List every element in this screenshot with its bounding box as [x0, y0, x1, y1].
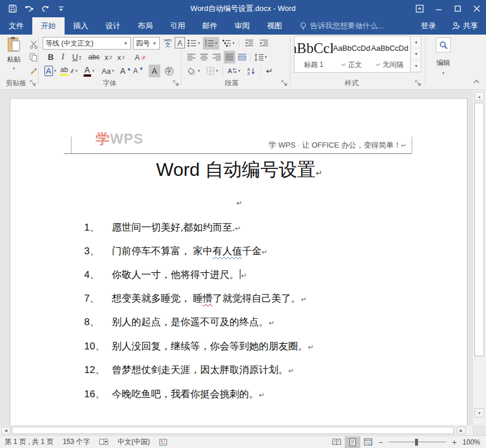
borders-button[interactable]: ▾: [204, 65, 220, 77]
scroll-right-arrow[interactable]: ▶: [457, 427, 466, 434]
cut-button[interactable]: [28, 38, 39, 51]
close-button[interactable]: [467, 0, 486, 17]
distribute-button[interactable]: [236, 51, 248, 63]
show-marks-button[interactable]: ↵: [263, 65, 276, 77]
highlight-pen-icon: [70, 68, 74, 74]
ribbon-display-options-button[interactable]: [410, 0, 429, 17]
highlight-color-button[interactable]: ab▾: [60, 65, 77, 77]
increase-indent-button[interactable]: [257, 37, 271, 50]
vertical-scrollbar[interactable]: ▲ ▼: [472, 90, 486, 425]
scroll-left-arrow[interactable]: ◀: [1, 427, 10, 434]
paragraph-dialog-launcher[interactable]: [281, 80, 288, 87]
vertical-scroll-thumb[interactable]: [474, 103, 484, 356]
tab-layout[interactable]: 布局: [129, 17, 161, 35]
find-button[interactable]: [436, 37, 451, 52]
maximize-button[interactable]: [448, 0, 467, 17]
macro-recording-button[interactable]: [155, 439, 172, 446]
style-no-spacing-name: 无间隔: [383, 61, 404, 69]
collapse-ribbon-button[interactable]: [472, 77, 481, 85]
zoom-slider[interactable]: [389, 436, 446, 448]
styles-scroll-up-button[interactable]: ▲: [412, 36, 421, 48]
align-right-button[interactable]: [211, 51, 223, 63]
horizontal-scroll-thumb[interactable]: [12, 427, 454, 434]
enclose-characters-button[interactable]: 字: [163, 65, 175, 77]
shrink-font-button[interactable]: A▼: [133, 65, 144, 77]
horizontal-scrollbar[interactable]: ◀ ▶: [0, 425, 472, 435]
bullets-button[interactable]: ▾: [186, 37, 202, 50]
tab-file[interactable]: 文件: [0, 17, 32, 35]
customize-qat-button[interactable]: [54, 2, 68, 15]
phonetic-guide-button[interactable]: wén 文: [162, 36, 174, 49]
decrease-indent-button[interactable]: [242, 37, 256, 50]
asian-layout-button[interactable]: A ▾: [225, 65, 242, 77]
sort-button[interactable]: AZ: [244, 65, 258, 77]
numbering-button[interactable]: ▾: [203, 37, 219, 50]
bold-button[interactable]: B: [45, 51, 56, 63]
undo-button[interactable]: ▾: [22, 2, 36, 15]
superscript-button[interactable]: x2: [115, 51, 127, 63]
strikethrough-button[interactable]: abc: [86, 51, 101, 63]
zoom-percentage[interactable]: 100%: [459, 438, 486, 446]
page-indicator[interactable]: 第 1 页 , 共 1 页: [0, 437, 58, 447]
font-name-combo[interactable]: 等线 (中文正文) ▼: [43, 37, 131, 50]
shading-button[interactable]: ▾: [186, 65, 202, 77]
align-center-button[interactable]: [198, 51, 210, 63]
justify-button[interactable]: [224, 51, 235, 63]
subscript-button[interactable]: x2: [103, 51, 114, 63]
paste-clipboard-icon: [7, 36, 21, 52]
font-dialog-launcher[interactable]: [173, 80, 180, 87]
word-count[interactable]: 153 个字: [58, 437, 95, 447]
clipboard-dialog-launcher[interactable]: [30, 80, 37, 87]
line-spacing-button[interactable]: ▾: [253, 51, 269, 63]
multilevel-list-button[interactable]: ▾: [220, 37, 236, 50]
proofing-status-button[interactable]: [95, 438, 113, 446]
read-mode-button[interactable]: [329, 436, 345, 448]
zoom-out-button[interactable]: −: [376, 438, 385, 447]
save-button[interactable]: [6, 2, 20, 15]
styles-more-button[interactable]: ▼: [412, 60, 421, 72]
change-case-button[interactable]: Aa▾: [99, 65, 116, 77]
document-page[interactable]: 学WPS 学 WPS · 让 OFFICE 办公，变得简单！↵ Word 自动编…: [10, 98, 468, 425]
tab-review[interactable]: 审阅: [226, 17, 258, 35]
undo-dropdown-caret[interactable]: ▾: [31, 6, 33, 12]
document-title[interactable]: Word 自动编号设置↵: [10, 157, 468, 183]
copy-button[interactable]: [28, 51, 39, 63]
underline-button[interactable]: U▾: [69, 51, 84, 63]
scroll-down-arrow[interactable]: ▼: [474, 408, 484, 417]
zoom-slider-thumb[interactable]: [415, 439, 418, 446]
language-indicator[interactable]: 中文(中国): [113, 437, 155, 447]
paragraph-mark-icon: ↵: [266, 66, 273, 76]
styles-scroll-down-button[interactable]: ▼: [412, 48, 421, 61]
redo-button[interactable]: [38, 2, 52, 15]
tab-design[interactable]: 设计: [97, 17, 129, 35]
style-heading1[interactable]: AaBbCcDd 标题 1: [295, 36, 333, 72]
clear-formatting-button[interactable]: A: [134, 51, 148, 63]
tab-home[interactable]: 开始: [32, 17, 65, 35]
font-size-combo[interactable]: 四号 ▼: [133, 37, 160, 50]
font-color-button[interactable]: A▾: [81, 65, 97, 77]
save-icon: [9, 5, 17, 13]
tab-view[interactable]: 视图: [258, 17, 291, 35]
minimize-button[interactable]: [429, 0, 448, 17]
align-left-button[interactable]: [186, 51, 197, 63]
format-painter-button[interactable]: [28, 63, 39, 76]
style-no-spacing[interactable]: AaBbCcDd ↵ 无间隔: [371, 36, 409, 72]
text-effects-button[interactable]: A▾: [43, 65, 58, 77]
grow-font-button[interactable]: A▲: [120, 65, 131, 77]
share-button[interactable]: 共享: [444, 17, 486, 35]
zoom-in-button[interactable]: +: [450, 438, 459, 447]
character-shading-button[interactable]: A: [149, 65, 160, 77]
style-normal[interactable]: AaBbCcDd ↵ 正文: [333, 36, 371, 72]
styles-dialog-launcher[interactable]: [415, 80, 422, 87]
tab-mailings[interactable]: 邮件: [194, 17, 226, 35]
print-layout-button[interactable]: [345, 436, 360, 448]
character-border-button[interactable]: A: [175, 37, 185, 48]
tab-insert[interactable]: 插入: [65, 17, 97, 35]
tell-me-box[interactable]: 告诉我您想要做什么...: [300, 17, 384, 35]
sign-in-button[interactable]: 登录: [413, 17, 444, 35]
tab-references[interactable]: 引用: [161, 17, 194, 35]
web-layout-button[interactable]: [360, 436, 376, 448]
scroll-up-arrow[interactable]: ▲: [474, 92, 484, 101]
italic-button[interactable]: I: [58, 51, 68, 63]
paste-button[interactable]: 粘贴 ▾: [2, 36, 25, 77]
